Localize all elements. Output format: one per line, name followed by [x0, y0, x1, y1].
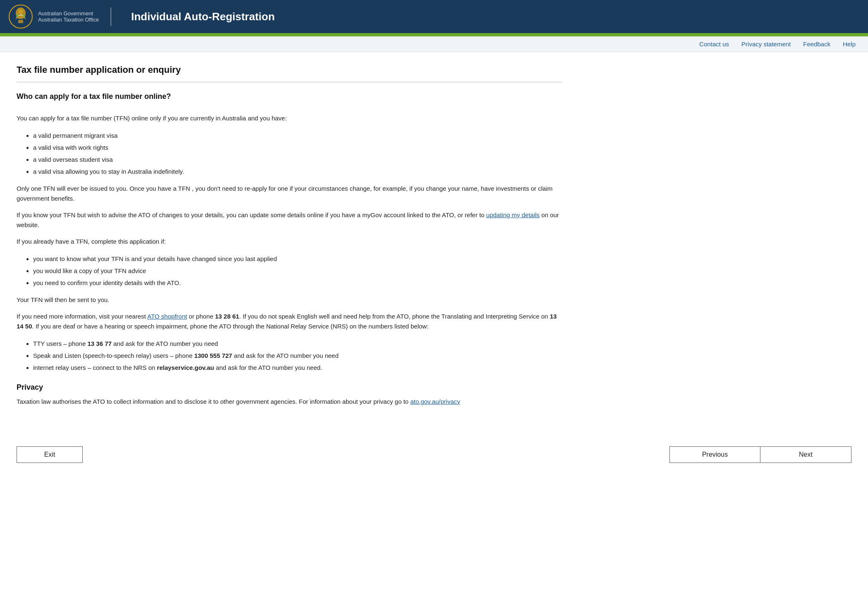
svg-rect-3	[18, 20, 23, 23]
gov-line1: Australian Government	[38, 10, 99, 17]
header-divider	[110, 7, 111, 26]
p5-rest2: . If you are deaf or have a hearing or s…	[32, 323, 429, 330]
nrs-list: TTY users – phone 13 36 77 and ask for t…	[33, 338, 563, 373]
phone-1: 13 28 61	[215, 313, 239, 320]
green-accent-bar	[0, 33, 868, 36]
privacy-heading: Privacy	[17, 383, 563, 392]
p5-after-link: or phone	[187, 313, 215, 320]
p5-rest: . If you do not speak English well and n…	[239, 313, 550, 320]
privacy-text-before: Taxation law authorises the ATO to colle…	[17, 398, 410, 405]
section-heading: Who can apply for a tax file number onli…	[17, 92, 563, 101]
list-item: you would like a copy of your TFN advice	[33, 265, 563, 276]
ato-privacy-link[interactable]: ato.gov.au/privacy	[410, 398, 460, 405]
intro-paragraph: You can apply for a tax file number (TFN…	[17, 113, 563, 123]
contact-us-link[interactable]: Contact us	[699, 41, 729, 48]
nav-buttons-group: Previous Next	[669, 446, 851, 463]
paragraph-5: If you need more information, visit your…	[17, 312, 563, 331]
visa-list: a valid permanent migrant visa a valid v…	[33, 130, 563, 177]
nav-bar: Contact us Privacy statement Feedback He…	[0, 36, 868, 52]
footer-buttons: Exit Previous Next	[0, 446, 868, 475]
page-header: Australian Government Australian Taxatio…	[0, 0, 868, 33]
paragraph-2-before: If you know your TFN but wish to advise …	[17, 211, 486, 218]
ato-crest-icon	[8, 4, 33, 29]
updating-my-details-link[interactable]: updating my details	[486, 211, 540, 218]
paragraph-1: Only one TFN will ever be issued to you.…	[17, 184, 563, 204]
gov-line2: Australian Taxation Office	[38, 17, 99, 23]
existing-tfn-list: you want to know what your TFN is and yo…	[33, 253, 563, 288]
header-text-block: Australian Government Australian Taxatio…	[38, 10, 99, 23]
list-item: you want to know what your TFN is and yo…	[33, 253, 563, 264]
privacy-paragraph: Taxation law authorises the ATO to colle…	[17, 397, 563, 407]
list-item: Speak and Listen (speech-to-speech relay…	[33, 350, 563, 361]
svg-point-2	[19, 10, 23, 14]
logo-container: Australian Government Australian Taxatio…	[8, 4, 275, 29]
list-item: you need to confirm your identity detail…	[33, 277, 563, 288]
list-item: a valid overseas student visa	[33, 154, 563, 165]
page-title: Tax file number application or enquiry	[17, 65, 563, 75]
list-item: internet relay users – connect to the NR…	[33, 362, 563, 373]
main-content: Tax file number application or enquiry W…	[0, 52, 579, 430]
paragraph-2: If you know your TFN but wish to advise …	[17, 210, 563, 230]
privacy-section: Privacy Taxation law authorises the ATO …	[17, 383, 563, 407]
list-item: a valid visa allowing you to stay in Aus…	[33, 166, 563, 177]
paragraph-3: If you already have a TFN, complete this…	[17, 237, 563, 247]
help-link[interactable]: Help	[843, 41, 856, 48]
page-main-title: Individual Auto-Registration	[131, 10, 275, 23]
p5-before-link: If you need more information, visit your…	[17, 313, 147, 320]
ato-shopfront-link[interactable]: ATO shopfront	[147, 313, 187, 320]
exit-button[interactable]: Exit	[17, 446, 83, 463]
previous-button[interactable]: Previous	[669, 446, 760, 463]
feedback-link[interactable]: Feedback	[803, 41, 830, 48]
svg-point-5	[23, 14, 25, 17]
privacy-statement-link[interactable]: Privacy statement	[741, 41, 791, 48]
next-button[interactable]: Next	[760, 446, 851, 463]
list-item: TTY users – phone 13 36 77 and ask for t…	[33, 338, 563, 349]
paragraph-4: Your TFN will then be sent to you.	[17, 295, 563, 305]
list-item: a valid permanent migrant visa	[33, 130, 563, 141]
title-divider	[17, 82, 563, 82]
list-item: a valid visa with work rights	[33, 142, 563, 153]
svg-point-4	[16, 14, 19, 17]
